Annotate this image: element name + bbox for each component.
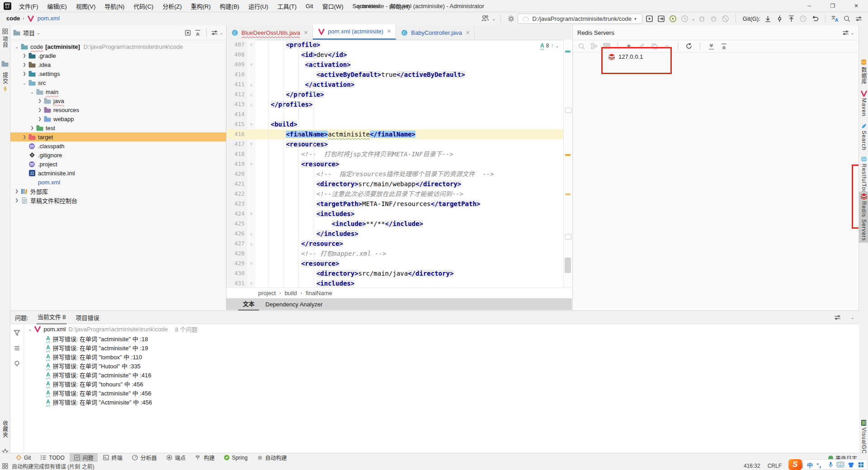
- editor-tab-2[interactable]: pom.xml (actminisite)✕: [313, 24, 396, 40]
- redis-structure-icon[interactable]: [589, 41, 599, 51]
- editor-breadcrumb-build[interactable]: build: [284, 290, 297, 296]
- code-line-411[interactable]: 411△</activation>: [226, 80, 563, 89]
- code-line-421[interactable]: 421<directory>src/main/webapp</directory…: [226, 179, 563, 189]
- tree-toggle-icon[interactable]: ❯: [21, 62, 28, 67]
- git-update-icon[interactable]: [763, 14, 773, 24]
- tree-row-.gradle[interactable]: ❯.gradle: [10, 51, 226, 60]
- menu-5[interactable]: 代码(C): [129, 0, 157, 12]
- tree-row-外部库[interactable]: ❯外部库: [10, 187, 226, 196]
- git-history-icon[interactable]: [798, 14, 808, 24]
- code-line-429[interactable]: 429▽<resource>: [226, 258, 563, 268]
- fold-marker-icon[interactable]: ▽: [247, 159, 255, 169]
- maximize-button[interactable]: ❐: [821, 0, 844, 12]
- toolbox-icon[interactable]: [858, 462, 864, 468]
- tree-row-.idea[interactable]: ❯.idea: [10, 60, 226, 69]
- group-list-icon[interactable]: [12, 343, 22, 353]
- sidebar-item-favorites[interactable]: 收藏夹: [0, 420, 10, 438]
- code-line-424[interactable]: 424▽<includes>: [226, 209, 563, 219]
- fold-marker-icon[interactable]: △: [247, 239, 255, 249]
- bottom-stripe-profiler[interactable]: 分析器: [127, 453, 161, 462]
- translate-icon[interactable]: 文A: [830, 14, 840, 24]
- tree-toggle-icon[interactable]: ❯: [13, 198, 20, 202]
- menu-12[interactable]: 窗口(W): [318, 0, 348, 12]
- sidebar-item-commit[interactable]: 提交: [0, 72, 10, 92]
- tree-row-resources[interactable]: ❯resources: [10, 105, 226, 114]
- editor-tab-3[interactable]: CBabyController.java✕: [396, 26, 475, 40]
- line-separator[interactable]: CRLF: [768, 463, 782, 469]
- tree-toggle-icon[interactable]: ❯: [36, 99, 43, 103]
- fold-marker-icon[interactable]: ▽: [247, 60, 255, 70]
- tree-row-test[interactable]: ❯test: [10, 123, 226, 132]
- code-line-417[interactable]: 417▽<resources>: [226, 139, 563, 149]
- sliders-icon[interactable]: [854, 14, 864, 24]
- redis-console-icon[interactable]: ›_: [602, 41, 612, 51]
- chevron-down-icon[interactable]: ⌄: [492, 16, 495, 21]
- code-line-422[interactable]: 422<!--注意此次必须要放在此目录下才能被访问到-->: [226, 189, 563, 199]
- tree-row-java[interactable]: ❯java: [10, 96, 226, 105]
- tree-row-webapp[interactable]: ❯webapp: [10, 114, 226, 123]
- code-line-415[interactable]: 415▽<build>: [226, 119, 563, 129]
- fold-marker-icon[interactable]: △: [247, 80, 255, 89]
- git-commit-icon[interactable]: [775, 14, 785, 24]
- tab-current-file[interactable]: 当前文件 8: [37, 310, 67, 324]
- menu-8[interactable]: 构建(B): [216, 0, 243, 12]
- tree-row-.settings[interactable]: ❯.settings: [10, 69, 226, 78]
- close-tab-icon[interactable]: ✕: [387, 28, 391, 34]
- minimize-button[interactable]: ─: [797, 0, 821, 12]
- debug-icon[interactable]: [697, 14, 707, 24]
- code-line-427[interactable]: 427△</resource>: [226, 239, 563, 249]
- code-line-428[interactable]: 428<!-- 打包mapper.xml -->: [226, 249, 563, 258]
- fold-marker-icon[interactable]: ▽: [247, 278, 255, 287]
- tree-row-code[interactable]: ⌄code[actminisite]D:\javaProgram\actmini…: [10, 42, 226, 51]
- menu-4[interactable]: 导航(N): [100, 0, 128, 12]
- tree-toggle-icon[interactable]: ❯: [36, 108, 43, 112]
- menu-6[interactable]: 分析(Z): [158, 0, 186, 12]
- run-icon[interactable]: [644, 14, 654, 24]
- menu-7[interactable]: 重构(R): [187, 0, 215, 12]
- tree-row-target[interactable]: ❯target: [10, 132, 226, 141]
- users-icon[interactable]: [480, 14, 490, 24]
- tree-row-.project[interactable]: .project: [10, 160, 226, 169]
- tree-toggle-icon[interactable]: ❯: [36, 117, 43, 121]
- bottom-stripe-diamond[interactable]: Git: [12, 453, 35, 462]
- fold-marker-icon[interactable]: ▽: [247, 258, 255, 268]
- redis-remove-icon[interactable]: −: [662, 41, 672, 51]
- bottom-stripe-hammer[interactable]: 构建: [191, 453, 219, 462]
- menu-1[interactable]: 文件(F): [15, 0, 42, 12]
- problem-item-2[interactable]: A拼写错误: 在单词 "actminisite" 中 :19: [24, 343, 859, 352]
- close-tab-icon[interactable]: ✕: [304, 30, 308, 36]
- code-line-419[interactable]: 419▽<resource>: [226, 159, 563, 169]
- tree-row-草稿文件和控制台[interactable]: ❯草稿文件和控制台: [10, 196, 226, 205]
- code-line-413[interactable]: 413△</profiles>: [226, 99, 563, 109]
- bottom-stripe-gear-small[interactable]: 自动构建: [253, 453, 291, 462]
- stop-icon[interactable]: [721, 14, 731, 24]
- panel-options-icon[interactable]: [210, 28, 220, 38]
- scrollbar-thumb[interactable]: [565, 258, 571, 273]
- fold-marker-icon[interactable]: △: [247, 89, 255, 99]
- redis-hide-chevron-icon[interactable]: ⌄: [851, 30, 854, 35]
- code-line-425[interactable]: 425<include>**/**</include>: [226, 219, 563, 229]
- close-button[interactable]: ✕: [844, 0, 868, 12]
- mic-icon[interactable]: [828, 461, 833, 468]
- fold-marker-icon[interactable]: ▽: [247, 40, 255, 50]
- editor-scrollbar[interactable]: [563, 40, 572, 287]
- right-stripe-globe[interactable]: RestfulTool: [859, 154, 868, 197]
- debug-listen-icon[interactable]: [709, 14, 719, 24]
- code-line-426[interactable]: 426△</includes>: [226, 229, 563, 239]
- redis-search-icon[interactable]: [576, 41, 586, 51]
- sidebar-item-bookmarks[interactable]: [0, 61, 10, 67]
- tree-row-.gitignore[interactable]: .gitignore: [10, 150, 226, 160]
- code-line-407[interactable]: 407▽<profile>: [226, 40, 563, 50]
- tree-toggle-icon[interactable]: ❯: [13, 189, 20, 193]
- quickfix-bulb-icon[interactable]: [12, 358, 22, 368]
- tree-row-src[interactable]: ⌄src: [10, 78, 226, 87]
- redis-edit-icon[interactable]: [637, 41, 646, 51]
- expand-chevron-icon[interactable]: ⌄: [28, 327, 32, 332]
- tree-toggle-icon[interactable]: ⌄: [13, 44, 20, 49]
- git-rollback-icon[interactable]: [810, 14, 820, 24]
- tree-row-pom.xml[interactable]: pom.xml: [10, 178, 226, 187]
- code-line-430[interactable]: 430<directory>src/main/java</directory>: [226, 268, 563, 278]
- menu-9[interactable]: 运行(U): [244, 0, 272, 12]
- code-line-410[interactable]: 410<activeByDefault>true</activeByDefaul…: [226, 70, 563, 80]
- redis-add-icon[interactable]: +: [624, 41, 634, 51]
